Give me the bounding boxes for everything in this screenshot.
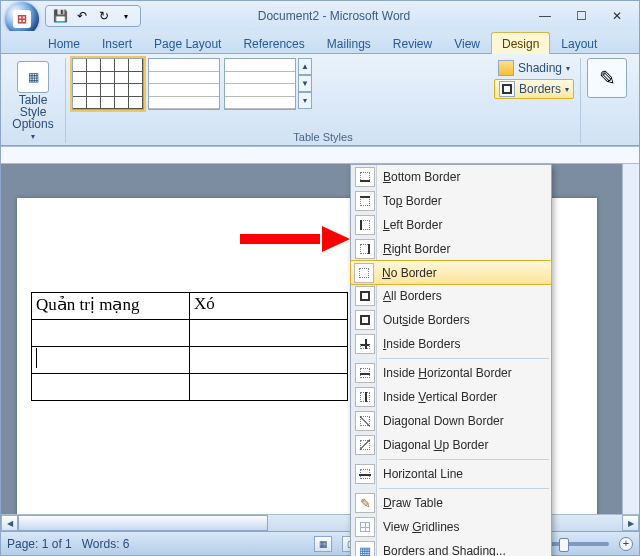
menu-item-label: Diagonal Up Border (383, 438, 488, 452)
menu-view-gridlines[interactable]: View Gridlines (351, 515, 551, 539)
borders-icon (499, 81, 515, 97)
b-left-icon (355, 215, 375, 235)
draw-borders-button[interactable]: ✎ (587, 58, 627, 98)
vertical-scrollbar[interactable] (622, 164, 639, 514)
menu-borders-and-shading[interactable]: ▦Borders and Shading... (351, 539, 551, 556)
menu-bottom-border[interactable]: Bottom Border (351, 165, 551, 189)
style-thumb-2[interactable] (148, 58, 220, 110)
menu-item-label: No Border (382, 266, 437, 280)
undo-icon[interactable]: ↶ (74, 8, 90, 24)
group-draw-borders: ✎ (587, 58, 633, 143)
b-right-icon (355, 239, 375, 259)
menu-item-label: All Borders (383, 289, 442, 303)
b-ddn-icon (355, 411, 375, 431)
menu-item-label: Top Border (383, 194, 442, 208)
tab-page-layout[interactable]: Page Layout (143, 32, 232, 54)
table-row (32, 374, 348, 401)
b-dup-icon (355, 435, 375, 455)
redo-icon[interactable]: ↻ (96, 8, 112, 24)
document-table[interactable]: Quản trị mạngXó (31, 292, 348, 401)
b-draw-icon: ✎ (355, 493, 375, 513)
b-top-icon (355, 191, 375, 211)
tab-home[interactable]: Home (37, 32, 91, 54)
close-button[interactable]: ✕ (599, 5, 635, 27)
b-inv-icon (355, 387, 375, 407)
b-hl-icon (355, 464, 375, 484)
table-styles-gallery[interactable]: ▲▼▾ (72, 58, 488, 110)
shading-icon (498, 60, 514, 76)
menu-all-borders[interactable]: All Borders (351, 284, 551, 308)
b-all-icon (355, 286, 375, 306)
b-inh-icon (355, 363, 375, 383)
window-title: Document2 - Microsoft Word (141, 9, 527, 23)
menu-left-border[interactable]: Left Border (351, 213, 551, 237)
menu-inside-horizontal-border[interactable]: Inside Horizontal Border (351, 361, 551, 385)
ribbon: ▦ Table Style Options ▾ ▲▼▾ Shading▾ (1, 54, 639, 146)
status-words[interactable]: Words: 6 (82, 537, 130, 551)
minimize-button[interactable]: — (527, 5, 563, 27)
borders-button[interactable]: Borders▾ (494, 79, 574, 99)
b-bottom-icon (355, 167, 375, 187)
menu-item-label: Inside Vertical Border (383, 390, 497, 404)
tab-insert[interactable]: Insert (91, 32, 143, 54)
ribbon-tabs: HomeInsertPage LayoutReferencesMailingsR… (1, 31, 639, 54)
group-table-style-options: ▦ Table Style Options ▾ (7, 58, 66, 143)
menu-outside-borders[interactable]: Outside Borders (351, 308, 551, 332)
tab-design[interactable]: Design (491, 32, 550, 54)
tab-layout[interactable]: Layout (550, 32, 608, 54)
tab-mailings[interactable]: Mailings (316, 32, 382, 54)
table-row (32, 320, 348, 347)
gallery-scroll[interactable]: ▲▼▾ (298, 58, 312, 109)
menu-item-label: Left Border (383, 218, 442, 232)
group-table-styles: ▲▼▾ Shading▾ Borders▾ Table Styles (72, 58, 581, 143)
qat-more-icon[interactable]: ▾ (118, 8, 134, 24)
borders-menu: Bottom BorderTop BorderLeft BorderRight … (350, 164, 552, 556)
view-print-layout-icon[interactable]: ▦ (314, 536, 332, 552)
menu-item-label: Inside Horizontal Border (383, 366, 512, 380)
b-out-icon (355, 310, 375, 330)
table-options-icon: ▦ (17, 61, 49, 93)
table-row: Quản trị mạngXó (32, 293, 348, 320)
menu-horizontal-line[interactable]: Horizontal Line (351, 462, 551, 486)
b-in-icon (355, 334, 375, 354)
menu-item-label: Diagonal Down Border (383, 414, 504, 428)
status-page[interactable]: Page: 1 of 1 (7, 537, 72, 551)
menu-diagonal-down-border[interactable]: Diagonal Down Border (351, 409, 551, 433)
menu-item-label: Draw Table (383, 496, 443, 510)
menu-inside-vertical-border[interactable]: Inside Vertical Border (351, 385, 551, 409)
b-dlg-icon: ▦ (355, 541, 375, 556)
app-window: ⊞ 💾 ↶ ↻ ▾ Document2 - Microsoft Word — ☐… (0, 0, 640, 556)
b-grid-icon (355, 517, 375, 537)
quick-access-toolbar: 💾 ↶ ↻ ▾ (45, 5, 141, 27)
menu-right-border[interactable]: Right Border (351, 237, 551, 261)
menu-item-label: Bottom Border (383, 170, 460, 184)
style-thumb-3[interactable] (224, 58, 296, 110)
table-row (32, 347, 348, 374)
tab-view[interactable]: View (443, 32, 491, 54)
zoom-in-button[interactable]: + (619, 537, 633, 551)
menu-item-label: Right Border (383, 242, 450, 256)
horizontal-ruler[interactable] (1, 146, 639, 164)
menu-top-border[interactable]: Top Border (351, 189, 551, 213)
no-border-icon (354, 263, 374, 283)
group-label-table-styles: Table Styles (293, 129, 352, 143)
style-thumb-1[interactable] (72, 58, 144, 110)
menu-item-label: View Gridlines (383, 520, 460, 534)
maximize-button[interactable]: ☐ (563, 5, 599, 27)
menu-item-label: Inside Borders (383, 337, 460, 351)
tab-review[interactable]: Review (382, 32, 443, 54)
menu-no-border[interactable]: No Border (350, 260, 552, 285)
table-style-options-button[interactable]: ▦ Table Style Options ▾ (7, 58, 59, 143)
title-bar: ⊞ 💾 ↶ ↻ ▾ Document2 - Microsoft Word — ☐… (1, 1, 639, 31)
menu-inside-borders[interactable]: Inside Borders (351, 332, 551, 356)
menu-item-label: Borders and Shading... (383, 544, 506, 556)
shading-button[interactable]: Shading▾ (494, 58, 574, 78)
save-icon[interactable]: 💾 (52, 8, 68, 24)
annotation-arrow (240, 226, 350, 250)
menu-item-label: Horizontal Line (383, 467, 463, 481)
menu-diagonal-up-border[interactable]: Diagonal Up Border (351, 433, 551, 457)
menu-draw-table[interactable]: ✎Draw Table (351, 491, 551, 515)
tab-references[interactable]: References (232, 32, 315, 54)
menu-item-label: Outside Borders (383, 313, 470, 327)
